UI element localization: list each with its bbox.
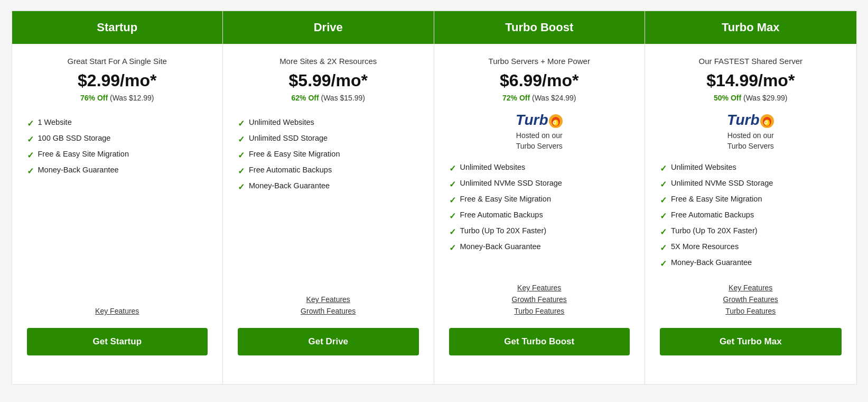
plan-price-startup: $2.99/mo* (27, 71, 208, 90)
discount-was: (Was $15.99) (321, 94, 366, 102)
list-item: ✓Free & Easy Site Migration (27, 150, 208, 160)
plan-header-turbo-boost: Turbo Boost (434, 11, 645, 44)
spacer (238, 212, 419, 296)
check-icon: ✓ (238, 182, 245, 192)
list-item: ✓Free & Easy Site Migration (660, 195, 842, 205)
feature-text: Unlimited Websites (460, 163, 526, 171)
svg-text:o: o (764, 118, 768, 126)
feature-text: Free & Easy Site Migration (38, 150, 129, 158)
check-icon: ✓ (660, 211, 667, 221)
plan-links-turbo-max: Key FeaturesGrowth FeaturesTurbo Feature… (660, 284, 842, 318)
check-icon: ✓ (27, 134, 34, 144)
get-startup-button[interactable]: Get Startup (27, 328, 208, 355)
list-item: ✓Unlimited Websites (449, 163, 630, 173)
link-growth-features[interactable]: Growth Features (238, 307, 419, 315)
check-icon: ✓ (238, 166, 245, 176)
features-list-turbo-max: ✓Unlimited Websites✓Unlimited NVMe SSD S… (660, 163, 842, 274)
plan-tagline-turbo-max: Our FASTEST Shared Server (660, 57, 842, 66)
link-key-features[interactable]: Key Features (238, 295, 419, 304)
check-icon: ✓ (27, 166, 34, 176)
list-item: ✓Money-Back Guarantee (660, 258, 842, 269)
discount-was: (Was $24.99) (532, 94, 576, 102)
turbo-badge-turbo-max: Turb o Hosted on ourTurbo Servers (660, 112, 842, 151)
check-icon: ✓ (660, 179, 667, 189)
check-icon: ✓ (449, 163, 456, 173)
list-item: ✓5X More Resources (660, 242, 842, 253)
list-item: ✓Money-Back Guarantee (27, 166, 208, 176)
discount-pct: 76% Off (80, 94, 108, 102)
plan-header-turbo-max: Turbo Max (645, 11, 856, 44)
spacer (27, 217, 208, 307)
plan-links-startup: Key Features (27, 307, 208, 318)
check-icon: ✓ (449, 227, 456, 237)
plan-body-turbo-boost: Turbo Servers + More Power$6.99/mo*72% O… (434, 44, 645, 368)
list-item: ✓Money-Back Guarantee (238, 181, 419, 192)
plan-card-turbo-max: Turbo MaxOur FASTEST Shared Server$14.99… (645, 11, 856, 384)
plan-discount-turbo-boost: 72% Off (Was $24.99) (449, 94, 630, 102)
plan-body-turbo-max: Our FASTEST Shared Server$14.99/mo*50% O… (645, 44, 856, 368)
feature-text: Unlimited NVMe SSD Storage (460, 179, 562, 187)
list-item: ✓Unlimited Websites (238, 118, 419, 129)
check-icon: ✓ (660, 243, 667, 253)
link-growth-features[interactable]: Growth Features (660, 295, 842, 304)
plan-price-turbo-max: $14.99/mo* (660, 71, 842, 90)
feature-text: Free & Easy Site Migration (671, 195, 762, 203)
turbo-logo: Turb o (727, 112, 774, 129)
check-icon: ✓ (660, 195, 667, 205)
check-icon: ✓ (449, 211, 456, 221)
plan-body-startup: Great Start For A Single Site$2.99/mo*76… (12, 44, 223, 368)
check-icon: ✓ (27, 150, 34, 160)
turbo-hosted: Hosted on ourTurbo Servers (449, 131, 630, 151)
list-item: ✓Unlimited NVMe SSD Storage (449, 179, 630, 189)
plan-discount-startup: 76% Off (Was $12.99) (27, 94, 208, 102)
link-key-features[interactable]: Key Features (660, 284, 842, 292)
link-turbo-features[interactable]: Turbo Features (449, 307, 630, 315)
plan-links-turbo-boost: Key FeaturesGrowth FeaturesTurbo Feature… (449, 284, 630, 318)
plan-price-turbo-boost: $6.99/mo* (449, 71, 630, 90)
list-item: ✓Free Automatic Backups (238, 166, 419, 176)
feature-text: Money-Back Guarantee (671, 258, 752, 267)
turbo-flame-icon: o (548, 114, 563, 129)
feature-text: Unlimited NVMe SSD Storage (671, 179, 773, 187)
link-key-features[interactable]: Key Features (449, 284, 630, 292)
discount-pct: 50% Off (714, 94, 741, 102)
feature-text: 5X More Resources (671, 242, 739, 251)
pricing-grid: StartupGreat Start For A Single Site$2.9… (12, 11, 857, 385)
check-icon: ✓ (238, 118, 245, 129)
feature-text: Money-Back Guarantee (460, 242, 541, 251)
list-item: ✓Free Automatic Backups (449, 211, 630, 221)
feature-text: Turbo (Up To 20X Faster) (671, 226, 758, 235)
feature-text: Free & Easy Site Migration (460, 195, 551, 203)
check-icon: ✓ (660, 227, 667, 237)
get-turbo-boost-button[interactable]: Get Turbo Boost (449, 328, 630, 355)
discount-was: (Was $29.99) (743, 94, 788, 102)
feature-text: Free & Easy Site Migration (249, 150, 340, 158)
check-icon: ✓ (238, 134, 245, 144)
plan-header-startup: Startup (12, 11, 223, 44)
list-item: ✓Free & Easy Site Migration (238, 150, 419, 160)
list-item: ✓Money-Back Guarantee (449, 242, 630, 253)
feature-text: Unlimited SSD Storage (249, 134, 328, 142)
features-list-turbo-boost: ✓Unlimited Websites✓Unlimited NVMe SSD S… (449, 163, 630, 258)
list-item: ✓Turbo (Up To 20X Faster) (449, 226, 630, 237)
plan-tagline-drive: More Sites & 2X Resources (238, 57, 419, 66)
turbo-flame-icon: o (760, 114, 774, 129)
link-turbo-features[interactable]: Turbo Features (660, 307, 842, 315)
svg-text:o: o (553, 118, 556, 126)
plan-price-drive: $5.99/mo* (238, 71, 419, 90)
list-item: ✓Turbo (Up To 20X Faster) (660, 226, 842, 237)
list-item: ✓Unlimited Websites (660, 163, 842, 173)
list-item: ✓Unlimited NVMe SSD Storage (660, 179, 842, 189)
list-item: ✓Free & Easy Site Migration (449, 195, 630, 205)
get-drive-button[interactable]: Get Drive (238, 328, 419, 355)
check-icon: ✓ (449, 179, 456, 189)
link-growth-features[interactable]: Growth Features (449, 295, 630, 304)
plan-card-turbo-boost: Turbo BoostTurbo Servers + More Power$6.… (434, 11, 646, 384)
link-key-features[interactable]: Key Features (27, 307, 208, 315)
feature-text: 1 Website (38, 118, 72, 126)
check-icon: ✓ (660, 163, 667, 173)
get-turbo-max-button[interactable]: Get Turbo Max (660, 328, 842, 355)
check-icon: ✓ (238, 150, 245, 160)
turbo-text: Turb (516, 112, 548, 129)
feature-text: Free Automatic Backups (249, 166, 332, 174)
